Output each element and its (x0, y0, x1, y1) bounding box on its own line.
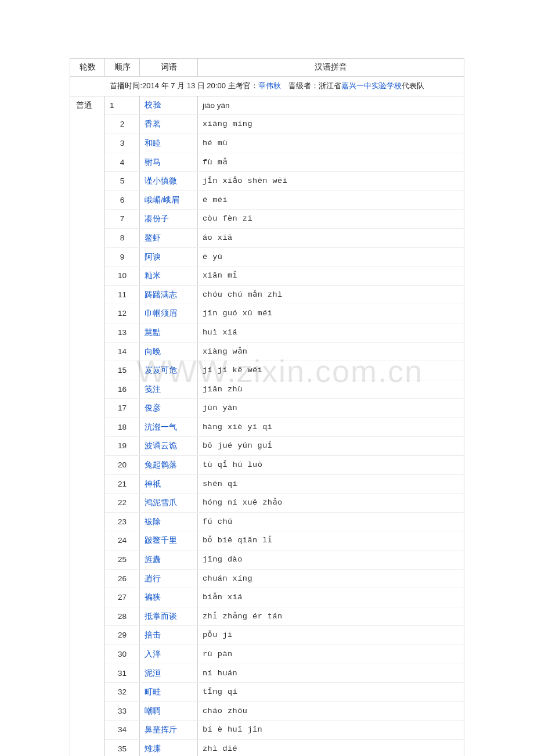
word-link[interactable]: 雉堞 (145, 744, 161, 753)
pinyin-cell: shén qí (198, 474, 464, 494)
word-cell: 跛鳖千里 (140, 531, 198, 550)
table-row: 5谨小慎微jǐn xiǎo shèn wēi (70, 172, 464, 191)
word-cell: 掊击 (140, 626, 198, 645)
word-link[interactable]: 掊击 (145, 631, 161, 639)
word-link[interactable]: 慧黠 (145, 328, 161, 337)
word-cell: 雉堞 (140, 739, 198, 756)
word-link[interactable]: 町畦 (145, 687, 161, 696)
word-link[interactable]: 入泮 (145, 650, 161, 658)
word-link[interactable]: 抵掌而谈 (145, 612, 177, 621)
word-link[interactable]: 嘲啁 (145, 707, 161, 715)
word-link[interactable]: 鳌虾 (145, 233, 161, 242)
word-link[interactable]: 神祇 (145, 480, 161, 488)
word-link[interactable]: 岌岌可危 (145, 366, 177, 375)
word-link[interactable]: 笺注 (145, 385, 161, 394)
order-cell: 33 (105, 701, 140, 721)
word-cell: 兔起鹘落 (140, 456, 198, 475)
pinyin-cell: bǒ biē qiān lǐ (198, 531, 464, 550)
order-cell: 26 (105, 569, 140, 588)
pinyin-cell: ē yú (198, 247, 464, 267)
word-link[interactable]: 和睦 (145, 139, 161, 147)
word-cell: 褊狭 (140, 588, 198, 607)
pinyin-cell: zhǐ zhǎng ér tán (198, 607, 464, 626)
table-row: 8鳌虾áo xiā (70, 228, 464, 247)
word-link[interactable]: 波谲云诡 (145, 441, 177, 450)
word-link[interactable]: 凑份子 (145, 214, 169, 223)
school-link[interactable]: 嘉兴一中实验学校 (341, 81, 402, 90)
order-cell: 7 (105, 210, 140, 229)
table-header-row: 轮数 顺序 词语 汉语拼音 (70, 59, 464, 77)
header-word: 词语 (140, 59, 198, 77)
word-link[interactable]: 鸿泥雪爪 (145, 498, 177, 507)
pinyin-cell: xiān mǐ (198, 267, 464, 286)
order-cell: 30 (105, 645, 140, 664)
pinyin-cell: fù mǎ (198, 153, 464, 172)
pinyin-cell: fú chú (198, 512, 464, 531)
word-link[interactable]: 跛鳖千里 (145, 536, 177, 545)
word-cell: 遄行 (140, 569, 198, 588)
table-row: 32町畦tǐng qí (70, 683, 464, 702)
word-cell: 神祇 (140, 474, 198, 494)
table-row: 7凑份子còu fèn zi (70, 210, 464, 229)
word-cell: 抵掌而谈 (140, 607, 198, 626)
word-cell: 嘲啁 (140, 701, 198, 721)
pinyin-cell: é méi (198, 190, 464, 210)
word-link[interactable]: 沆瀣一气 (145, 423, 177, 431)
pinyin-cell: hóng ní xuě zhǎo (198, 494, 464, 513)
word-cell: 踌躇满志 (140, 285, 198, 304)
word-link[interactable]: 向晚 (145, 347, 161, 356)
examiner-link[interactable]: 章伟秋 (258, 81, 281, 90)
table-row: 27褊狭biǎn xiá (70, 588, 464, 607)
table-row: 30入泮rù pàn (70, 645, 464, 664)
word-cell: 袚除 (140, 512, 198, 531)
pinyin-cell: zhì dié (198, 739, 464, 756)
header-round: 轮数 (70, 59, 105, 77)
table-row: 23袚除fú chú (70, 512, 464, 531)
word-link[interactable]: 泥洹 (145, 669, 161, 678)
pinyin-cell: xiàng wǎn (198, 342, 464, 361)
word-link[interactable]: 兔起鹘落 (145, 460, 177, 469)
round-cell: 普通 (70, 96, 105, 756)
pinyin-cell: biǎn xiá (198, 588, 464, 607)
table-row: 3和睦hé mù (70, 134, 464, 153)
word-link[interactable]: 遄行 (145, 574, 161, 583)
word-link[interactable]: 峨嵋/峨眉 (145, 196, 179, 204)
info-row: 首播时间:2014 年 7 月 13 日 20:00 主考官：章伟秋 晋级者：浙… (70, 77, 464, 96)
table-row: 26遄行chuán xíng (70, 569, 464, 588)
order-cell: 18 (105, 417, 140, 437)
word-link[interactable]: 驸马 (145, 158, 161, 167)
pinyin-cell: jǐn xiǎo shèn wēi (198, 172, 464, 191)
word-cell: 鸿泥雪爪 (140, 494, 198, 513)
word-cell: 峨嵋/峨眉 (140, 190, 198, 210)
pinyin-cell: huì xiá (198, 323, 464, 342)
word-cell: 阿谀 (140, 247, 198, 267)
order-cell: 17 (105, 399, 140, 418)
table-row: 33嘲啁cháo zhōu (70, 701, 464, 721)
word-link[interactable]: 袚除 (145, 517, 161, 526)
header-order: 顺序 (105, 59, 140, 77)
word-link[interactable]: 谨小慎微 (145, 177, 177, 185)
order-cell: 1 (105, 96, 140, 115)
word-link[interactable]: 踌躇满志 (145, 290, 177, 299)
word-link[interactable]: 俊彦 (145, 404, 161, 412)
table-row: 6峨嵋/峨眉é méi (70, 190, 464, 210)
table-row: 24跛鳖千里bǒ biē qiān lǐ (70, 531, 464, 550)
table-row: 28抵掌而谈zhǐ zhǎng ér tán (70, 607, 464, 626)
word-cell: 町畦 (140, 683, 198, 702)
order-cell: 20 (105, 456, 140, 475)
word-link[interactable]: 籼米 (145, 271, 161, 280)
table-row: 14向晚xiàng wǎn (70, 342, 464, 361)
word-cell: 俊彦 (140, 399, 198, 418)
word-link[interactable]: 校验 (145, 101, 161, 110)
word-link[interactable]: 褊狭 (145, 593, 161, 602)
word-link[interactable]: 阿谀 (145, 253, 161, 261)
word-link[interactable]: 鼻垩挥斤 (145, 725, 177, 734)
word-cell: 凑份子 (140, 210, 198, 229)
word-link[interactable]: 旌纛 (145, 555, 161, 564)
word-link[interactable]: 香茗 (145, 120, 161, 128)
word-link[interactable]: 巾帼须眉 (145, 309, 177, 318)
pinyin-cell: tù qǐ hú luò (198, 456, 464, 475)
word-cell: 和睦 (140, 134, 198, 153)
order-cell: 16 (105, 380, 140, 399)
table-row: 35雉堞zhì dié (70, 739, 464, 756)
